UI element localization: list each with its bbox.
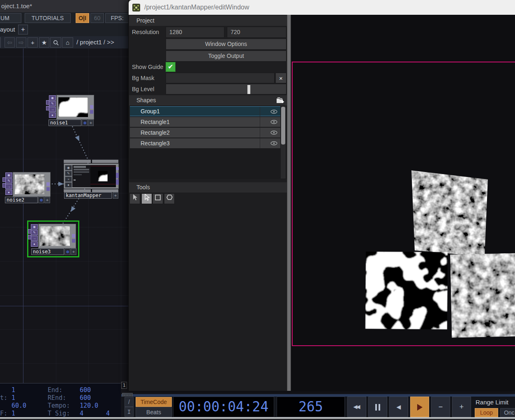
shape-row-rectangle1[interactable]: Rectangle1 bbox=[130, 117, 280, 127]
mapped-shape-rectangle[interactable] bbox=[450, 253, 515, 338]
visibility-eye-icon[interactable] bbox=[270, 141, 277, 145]
node-body[interactable] bbox=[38, 224, 76, 248]
pause-button[interactable] bbox=[368, 397, 387, 417]
x-flag-icon[interactable]: × bbox=[65, 177, 72, 182]
bg-mask-clear-button[interactable]: × bbox=[275, 73, 286, 83]
add-group-icon[interactable] bbox=[276, 96, 284, 104]
visibility-eye-icon[interactable] bbox=[270, 131, 277, 135]
mapped-shape-rectangle[interactable] bbox=[409, 169, 489, 257]
node-color-button[interactable] bbox=[65, 248, 70, 255]
comment-flag-icon[interactable]: ● bbox=[31, 241, 38, 247]
network-editor[interactable]: ◉ ✎ → ● noise1 + ◉ bbox=[0, 48, 128, 383]
output-connector[interactable] bbox=[72, 239, 75, 243]
ramp-mode-button[interactable]: / bbox=[125, 397, 134, 407]
show-guide-checkbox[interactable]: ✔ bbox=[166, 62, 176, 72]
panel-splitter[interactable] bbox=[287, 15, 291, 391]
shapes-scrollbar[interactable] bbox=[281, 106, 286, 179]
play-reverse-button[interactable]: ◀ bbox=[389, 397, 408, 417]
nav-add-button[interactable]: + bbox=[28, 37, 38, 48]
viewer-flag-icon[interactable]: ◉ bbox=[65, 165, 72, 170]
node-color-button[interactable] bbox=[82, 119, 88, 126]
bg-level-slider-handle[interactable] bbox=[247, 85, 250, 94]
breadcrumb-path[interactable]: / project1 / >> bbox=[76, 39, 114, 46]
node-color-button[interactable] bbox=[38, 197, 44, 203]
frame-display[interactable]: 265 bbox=[277, 397, 345, 417]
step-forward-frame-button[interactable]: + bbox=[452, 397, 471, 417]
window-options-button[interactable]: Window Options bbox=[166, 39, 286, 50]
bg-level-slider[interactable] bbox=[166, 84, 286, 94]
shape-row-group1[interactable]: Group1 bbox=[130, 106, 280, 116]
freeform-tool-button[interactable] bbox=[164, 193, 175, 204]
mapping-canvas[interactable] bbox=[291, 15, 515, 391]
edit-flag-icon[interactable]: ✎ bbox=[5, 178, 12, 184]
beats-mode-button[interactable]: Beats bbox=[136, 407, 172, 417]
nav-back-button[interactable]: ⇦ bbox=[5, 37, 15, 48]
node-name[interactable]: noise1 bbox=[48, 119, 81, 126]
arrow-flag-icon[interactable]: → bbox=[31, 236, 38, 241]
edit-flag-icon[interactable]: ✎ bbox=[31, 230, 38, 235]
timecode-mode-button[interactable]: TimeCode bbox=[136, 397, 172, 407]
bg-mask-field[interactable] bbox=[166, 73, 275, 83]
home-button[interactable]: ⌂ bbox=[62, 37, 73, 48]
node-expand-button[interactable]: + bbox=[71, 248, 76, 255]
node-body[interactable]: ◉ ✎ × ● bbox=[64, 163, 119, 189]
mapped-shape-rectangle[interactable] bbox=[365, 251, 448, 329]
node-flags[interactable]: ◉ ✎ → ● bbox=[49, 95, 56, 118]
rectangle-tool-button[interactable] bbox=[152, 193, 163, 204]
integer-mode-button[interactable]: I bbox=[125, 407, 134, 417]
output-input-toggle[interactable]: O|I bbox=[76, 13, 89, 23]
jump-to-start-button[interactable]: ◀◀ bbox=[347, 397, 366, 417]
output-connector[interactable] bbox=[90, 110, 93, 114]
viewer-flag-icon[interactable]: ◉ bbox=[5, 172, 12, 178]
viewer-flag-icon[interactable]: ◉ bbox=[49, 95, 56, 101]
node-name[interactable]: noise2 bbox=[5, 197, 38, 203]
arrow-flag-icon[interactable]: → bbox=[5, 184, 12, 189]
comment-flag-icon[interactable]: ● bbox=[5, 190, 12, 195]
once-button[interactable]: Onc bbox=[500, 408, 515, 417]
node-flags[interactable]: ◉ ✎ × ● bbox=[65, 165, 72, 188]
visibility-eye-icon[interactable] bbox=[270, 110, 277, 114]
toggle-output-button[interactable]: Toggle Output bbox=[166, 50, 286, 62]
zoom-fit-button[interactable] bbox=[50, 37, 61, 48]
timecode-display[interactable]: 00:00:04:24 bbox=[173, 397, 274, 417]
output-connector[interactable] bbox=[116, 173, 119, 178]
nav-forward-button[interactable]: ⇨ bbox=[16, 37, 26, 48]
comment-flag-icon[interactable]: ● bbox=[49, 112, 56, 118]
shape-row-rectangle2[interactable]: Rectangle2 bbox=[130, 128, 280, 138]
arrow-flag-icon[interactable]: → bbox=[49, 107, 56, 112]
output-connector[interactable] bbox=[46, 182, 50, 186]
resolution-width-field[interactable]: 1280 bbox=[166, 27, 224, 38]
node-flags[interactable]: ◉ ✎ → ● bbox=[5, 172, 13, 195]
output-connector[interactable] bbox=[116, 167, 119, 170]
node-name[interactable]: noise3 bbox=[31, 248, 64, 255]
node-name[interactable]: kantanMapper bbox=[64, 192, 112, 199]
step-back-frame-button[interactable]: − bbox=[431, 397, 450, 417]
play-forward-button[interactable] bbox=[410, 397, 429, 417]
node-expand-button[interactable]: + bbox=[44, 197, 50, 203]
node-expand-button[interactable]: + bbox=[113, 192, 118, 199]
edit-window-titlebar[interactable]: /project1/kantanMapper/editWindow bbox=[129, 0, 515, 15]
tab-tutorials[interactable]: TUTORIALS bbox=[25, 13, 71, 23]
cut-button[interactable] bbox=[0, 37, 1, 48]
comment-flag-icon[interactable]: ● bbox=[65, 182, 72, 188]
node-flags[interactable]: ◉ ✎ → ● bbox=[31, 224, 38, 247]
output-connector[interactable] bbox=[116, 179, 119, 185]
edit-flag-icon[interactable]: ✎ bbox=[49, 101, 56, 106]
scrollbar-thumb[interactable] bbox=[281, 107, 285, 145]
node-expand-button[interactable]: + bbox=[88, 119, 94, 126]
output-connector[interactable] bbox=[72, 234, 75, 238]
tab-um[interactable]: UM bbox=[0, 13, 21, 23]
bookmark-button[interactable]: ★ bbox=[39, 37, 49, 48]
edit-flag-icon[interactable]: ✎ bbox=[65, 171, 72, 176]
shape-row-rectangle3[interactable]: Rectangle3 bbox=[130, 138, 280, 148]
resolution-height-field[interactable]: 720 bbox=[227, 27, 286, 38]
node-body[interactable] bbox=[56, 95, 94, 119]
direct-select-tool-button[interactable] bbox=[141, 193, 152, 204]
node-body[interactable] bbox=[13, 172, 51, 197]
loop-button[interactable]: Loop bbox=[475, 408, 498, 417]
viewer-flag-icon[interactable]: ◉ bbox=[31, 224, 38, 230]
select-tool-button[interactable] bbox=[129, 193, 140, 204]
visibility-eye-icon[interactable] bbox=[270, 120, 277, 124]
output-connector[interactable] bbox=[46, 187, 50, 191]
output-connector[interactable] bbox=[90, 105, 93, 109]
